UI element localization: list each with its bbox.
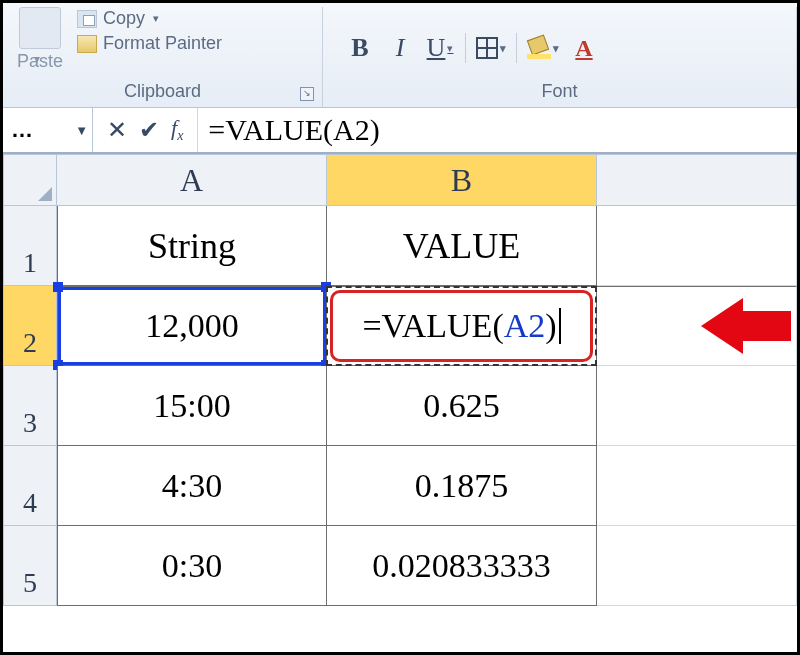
formula-bar: … ▼ ✕ ✔ fx =VALUE(A2): [3, 108, 797, 154]
cell-rest[interactable]: [597, 206, 797, 286]
font-group-label: Font: [331, 79, 788, 105]
table-row: 2 12,000 =VALUE(A2): [3, 286, 797, 366]
font-group: B I U▾ ▾ ▾ A Font: [323, 7, 797, 107]
separator: [516, 33, 517, 63]
spreadsheet-grid: A B 1 String VALUE 2 12,000 =VALUE(A2): [3, 154, 797, 606]
formula-input[interactable]: =VALUE(A2): [198, 108, 797, 152]
cell-a2-value: 12,000: [145, 307, 239, 345]
cancel-formula-button[interactable]: ✕: [107, 116, 127, 144]
ribbon: Paste Copy ▾ Format Painter Clipboard ↘ …: [3, 3, 797, 108]
insert-function-button[interactable]: fx: [171, 115, 183, 144]
cell-a3[interactable]: 15:00: [57, 366, 327, 446]
table-row: 3 15:00 0.625: [3, 366, 797, 446]
column-header-a[interactable]: A: [57, 154, 327, 206]
cell-b1[interactable]: VALUE: [327, 206, 597, 286]
name-box-value: …: [11, 117, 33, 143]
underline-button[interactable]: U▾: [425, 33, 455, 63]
cell-b3[interactable]: 0.625: [327, 366, 597, 446]
selection-handle[interactable]: [53, 282, 63, 292]
borders-icon: [476, 37, 498, 59]
format-painter-icon: [77, 35, 97, 53]
clipboard-group-label: Clipboard ↘: [11, 79, 314, 105]
paste-icon: [19, 7, 61, 49]
cell-a4[interactable]: 4:30: [57, 446, 327, 526]
cell-rest[interactable]: [597, 366, 797, 446]
cell-a5[interactable]: 0:30: [57, 526, 327, 606]
name-box[interactable]: … ▼: [3, 108, 93, 152]
copy-button[interactable]: Copy ▾: [75, 7, 224, 30]
format-painter-label: Format Painter: [103, 33, 222, 54]
clipboard-dialog-launcher[interactable]: ↘: [300, 87, 314, 101]
select-all-corner[interactable]: [3, 154, 57, 206]
arrow-left-icon: [701, 298, 743, 354]
copy-icon: [77, 10, 97, 28]
table-row: 4 4:30 0.1875: [3, 446, 797, 526]
separator: [465, 33, 466, 63]
table-row: 1 String VALUE: [3, 206, 797, 286]
cell-a2[interactable]: 12,000: [57, 286, 327, 366]
formula-prefix: =VALUE: [362, 307, 492, 345]
cell-b2[interactable]: =VALUE(A2): [327, 286, 597, 366]
column-header-b[interactable]: B: [327, 154, 597, 206]
copy-label: Copy: [103, 8, 145, 29]
cell-rest[interactable]: [597, 526, 797, 606]
chevron-down-icon[interactable]: ▾: [153, 12, 159, 25]
row-header-3[interactable]: 3: [3, 366, 57, 446]
format-painter-button[interactable]: Format Painter: [75, 32, 224, 55]
arrow-shaft: [743, 311, 791, 341]
chevron-down-icon[interactable]: ▾: [553, 42, 559, 55]
bold-button[interactable]: B: [345, 33, 375, 63]
row-header-1[interactable]: 1: [3, 206, 57, 286]
cell-b5[interactable]: 0.020833333: [327, 526, 597, 606]
chevron-down-icon[interactable]: ▾: [447, 42, 453, 55]
column-header-rest[interactable]: [597, 154, 797, 206]
cell-rest[interactable]: [597, 446, 797, 526]
table-row: 5 0:30 0.020833333: [3, 526, 797, 606]
fill-color-icon: [527, 37, 551, 59]
fill-color-button[interactable]: ▾: [527, 37, 559, 59]
enter-formula-button[interactable]: ✔: [139, 116, 159, 144]
formula-text: =VALUE(A2): [208, 113, 379, 147]
cell-editor[interactable]: =VALUE(A2): [330, 290, 593, 362]
cell-a1[interactable]: String: [57, 206, 327, 286]
row-header-4[interactable]: 4: [3, 446, 57, 526]
italic-button[interactable]: I: [385, 33, 415, 63]
paste-label: Paste: [17, 51, 63, 72]
callout-arrow: [701, 298, 791, 354]
cell-b4[interactable]: 0.1875: [327, 446, 597, 526]
clipboard-group: Paste Copy ▾ Format Painter Clipboard ↘: [3, 7, 323, 107]
font-color-icon: A: [575, 35, 592, 62]
chevron-down-icon[interactable]: ▼: [75, 123, 88, 138]
text-cursor: [559, 308, 561, 344]
row-header-5[interactable]: 5: [3, 526, 57, 606]
font-color-button[interactable]: A: [569, 35, 599, 62]
chevron-down-icon[interactable]: ▾: [500, 42, 506, 55]
formula-ref: A2: [504, 307, 546, 345]
borders-button[interactable]: ▾: [476, 37, 506, 59]
paste-button[interactable]: Paste: [11, 7, 69, 72]
row-header-2[interactable]: 2: [3, 286, 57, 366]
